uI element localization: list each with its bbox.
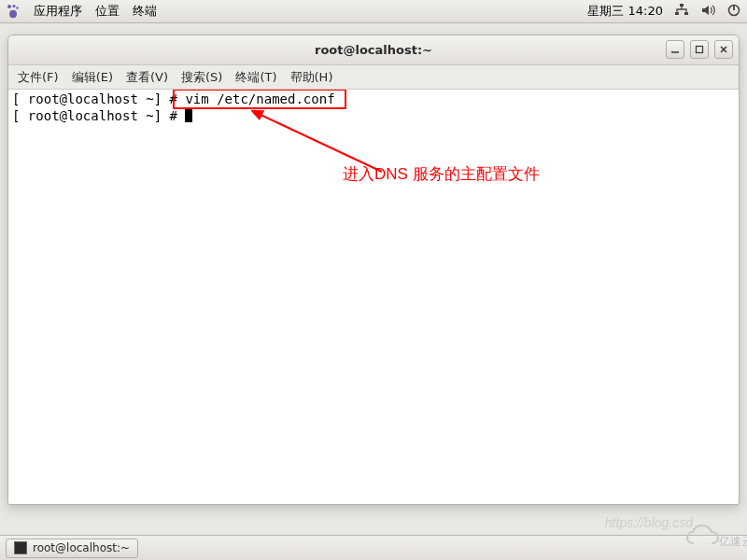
- gnome-top-panel: 应用程序 位置 终端 星期三 14:20: [0, 0, 747, 23]
- window-titlebar[interactable]: root@localhost:~: [8, 35, 739, 65]
- window-title: root@localhost:~: [8, 43, 739, 57]
- terminal-cursor: [185, 108, 192, 122]
- svg-rect-5: [675, 12, 679, 15]
- panel-menu-places[interactable]: 位置: [95, 3, 120, 20]
- svg-rect-10: [697, 47, 703, 53]
- svg-point-3: [9, 10, 17, 18]
- svg-point-0: [7, 5, 11, 8]
- terminal-icon: [14, 541, 27, 554]
- terminal-window: root@localhost:~ 文件(F) 编辑(E) 查看(V) 搜索(S)…: [7, 35, 740, 505]
- window-close-button[interactable]: [714, 40, 733, 59]
- gnome-bottom-panel: root@localhost:~: [0, 535, 747, 560]
- menu-edit[interactable]: 编辑(E): [72, 69, 113, 86]
- window-controls: [666, 40, 733, 59]
- svg-point-2: [16, 7, 18, 8]
- panel-menu-terminal[interactable]: 终端: [133, 3, 157, 20]
- network-icon[interactable]: [674, 3, 689, 21]
- menu-search[interactable]: 搜索(S): [181, 69, 222, 86]
- svg-rect-6: [684, 12, 688, 15]
- taskbar-item-label: root@localhost:~: [33, 541, 130, 554]
- menu-view[interactable]: 查看(V): [126, 69, 168, 86]
- watermark-blog-url: https://blog.csd: [605, 515, 693, 530]
- taskbar-item-terminal[interactable]: root@localhost:~: [6, 539, 138, 558]
- volume-icon[interactable]: [700, 3, 715, 21]
- svg-rect-4: [680, 4, 684, 7]
- power-icon[interactable]: [726, 3, 741, 21]
- menubar: 文件(F) 编辑(E) 查看(V) 搜索(S) 终端(T) 帮助(H): [8, 65, 739, 90]
- panel-menu-applications[interactable]: 应用程序: [34, 3, 82, 20]
- terminal-area[interactable]: [ root@localhost ~] # vim /etc/named.con…: [8, 90, 739, 504]
- menu-terminal[interactable]: 终端(T): [235, 69, 276, 86]
- window-maximize-button[interactable]: [690, 40, 709, 59]
- terminal-line-2: [ root@localhost ~] #: [12, 108, 735, 125]
- panel-clock[interactable]: 星期三 14:20: [587, 3, 663, 20]
- window-minimize-button[interactable]: [666, 40, 684, 59]
- terminal-line-1: [ root@localhost ~] # vim /etc/named.con…: [12, 91, 735, 108]
- svg-point-1: [12, 5, 15, 7]
- terminal-command: vim /etc/named.conf: [185, 91, 334, 106]
- gnome-foot-icon: [6, 4, 21, 19]
- menu-file[interactable]: 文件(F): [18, 69, 59, 86]
- menu-help[interactable]: 帮助(H): [290, 69, 333, 86]
- annotation-text: 进入DNS 服务的主配置文件: [343, 164, 540, 184]
